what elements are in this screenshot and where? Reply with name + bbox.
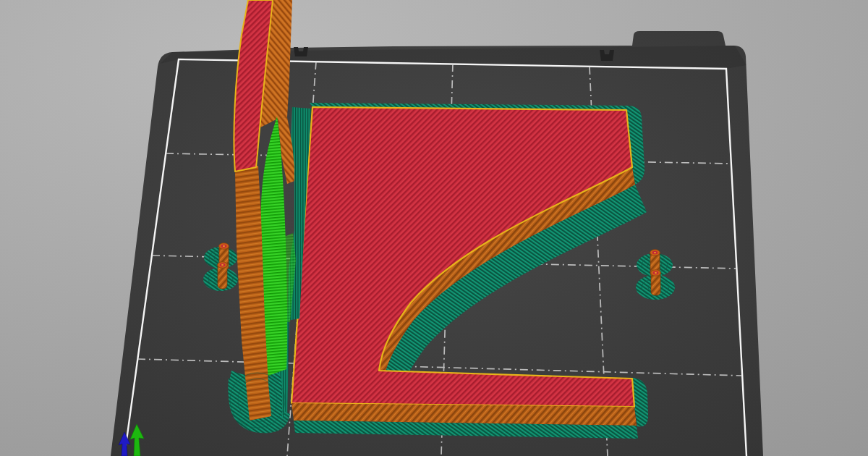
pin[interactable] — [218, 262, 228, 289]
pin[interactable] — [651, 270, 661, 295]
slicer-3d-viewport[interactable] — [0, 0, 868, 456]
